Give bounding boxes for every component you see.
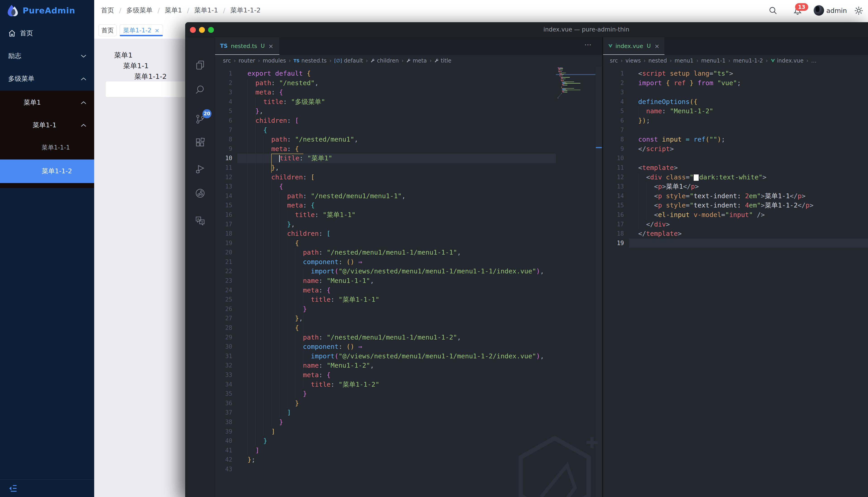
code-line: } [237,417,556,427]
code-line: meta: { [237,370,556,380]
line-number: 40 [215,436,237,446]
breadcrumb: 首页 / 多级菜单 / 菜单1 / 菜单1-1 / 菜单1-1-2 [101,0,261,20]
tab-close-icon[interactable]: × [268,43,274,49]
sidebar-item-nested-menu[interactable]: 多级菜单 [0,72,94,86]
breadcrumb-item[interactable]: 菜单1-1 [194,6,218,15]
breadcrumb-item[interactable]: children [371,58,399,64]
avatar[interactable] [814,5,824,16]
indent-guide [638,106,638,116]
code-line: name: "Menu1-1-2" [629,106,868,116]
search-button[interactable] [768,6,777,15]
breadcrumb-item[interactable]: meta [407,58,427,64]
tab-index-vue[interactable]: index.vue U × [603,37,665,55]
editor-actions-more-icon[interactable]: ⋯ [584,40,592,49]
breadcrumb-item[interactable]: TSnested.ts [294,58,327,64]
code-line: </div> [629,220,868,229]
breadcrumb-item[interactable]: 多级菜单 [126,6,152,15]
window-minimize-button[interactable] [199,27,205,33]
code-line: children: [ [237,116,556,126]
left-breadcrumbs[interactable]: src›router›modules›TSnested.ts›[∅]defaul… [223,55,599,67]
app-logo[interactable]: PureAdmin [0,0,94,21]
search-icon[interactable] [195,85,205,95]
sidebar-item-label: 励志 [8,52,21,60]
sidebar-item-lizhi[interactable]: 励志 [0,49,94,62]
minimap[interactable] [556,68,595,226]
breadcrumb-item[interactable]: index.vue [771,58,804,64]
settings-button[interactable] [854,6,864,15]
symbol-property-icon [407,58,411,63]
breadcrumb-item[interactable]: views [626,58,641,64]
code-line [629,154,868,163]
breadcrumb-item[interactable]: 菜单1-1-2 [230,6,261,15]
sidebar-item-menu1-1-2[interactable]: 菜单1-1-2 [0,159,94,183]
breadcrumb-item[interactable]: menu1-1 [701,58,725,64]
vscode-titlebar[interactable]: index.vue — pure-admin-thin [185,22,868,37]
breadcrumb-item[interactable]: [∅]default [334,58,363,64]
indent-guide [295,248,295,399]
typescript-file-icon: TS [220,43,228,49]
breadcrumb-item[interactable]: src [610,58,618,64]
username[interactable]: admin [826,7,847,14]
code-line: }, [237,163,556,173]
breadcrumb-item[interactable]: modules [263,58,286,64]
breadcrumb-chevron-icon: › [429,58,432,64]
line-number: 24 [215,286,237,295]
window-zoom-button[interactable] [208,27,214,33]
line-number: 1 [603,69,629,79]
indent-guide [263,135,264,436]
breadcrumb-chevron-icon: › [670,58,672,64]
code-line: meta: { [237,201,556,210]
git-graph-icon[interactable] [195,188,205,198]
breadcrumb-item[interactable]: src [223,58,231,64]
code-line: }, [237,314,556,323]
tab-close-icon[interactable]: × [155,27,159,34]
sidebar-item-menu1[interactable]: 菜单1 [0,97,94,109]
line-number: 10 [215,154,237,163]
line-number: 30 [215,342,237,352]
collapse-sidebar-icon[interactable] [8,483,18,494]
code-line: title: "菜单1-1" [237,210,556,220]
line-number: 15 [215,201,237,210]
sidebar-item-menu1-1-1[interactable]: 菜单1-1-1 [0,142,94,153]
code-line: }, [237,220,556,229]
code-line [629,126,868,135]
breadcrumb-item[interactable]: 菜单1 [165,6,182,15]
extensions-icon[interactable] [195,137,205,147]
breadcrumb-item[interactable]: 首页 [101,6,114,15]
right-breadcrumbs[interactable]: src›views›nested›menu1›menu1-1›menu1-1-2… [610,55,868,67]
page-tab-menu1-1-2[interactable]: 菜单1-1-2 × [119,25,163,36]
breadcrumb-chevron-icon: › [766,58,768,64]
left-code-editor[interactable]: 1234567891011121314151617181920212223242… [215,67,602,497]
tab-nested-ts[interactable]: TS nested.ts U × [215,37,280,55]
line-number: 25 [215,295,237,304]
line-number: 19 [215,239,237,248]
code-line: import("@/views/nested/menu1/menu1-1/men… [237,352,556,361]
code-line: name: "Menu1-1-2", [237,361,556,370]
explorer-icon[interactable] [195,60,205,70]
sidebar-item-menu1-1[interactable]: 菜单1-1 [0,119,94,131]
breadcrumb-item[interactable]: menu1 [675,58,694,64]
right-code-editor[interactable]: 12345678910111213141516171819 <script se… [603,67,868,497]
sidebar-item-label: 菜单1-1-1 [42,143,70,152]
page-tab-home[interactable]: 首页 [99,25,117,36]
run-debug-icon[interactable] [195,164,205,174]
line-number: 4 [603,97,629,107]
code-line: path: "/nested/menu1/menu1-1", [237,191,556,201]
line-number: 12 [215,173,237,182]
editor-watermark-logo [507,429,602,497]
line-number: 3 [603,88,629,97]
i18n-icon[interactable]: A文 [195,215,205,226]
breadcrumb-item[interactable]: … [811,58,816,64]
sidebar-item-label: 首页 [20,29,33,38]
breadcrumb-item[interactable]: menu1-1-2 [733,58,763,64]
breadcrumb-item[interactable]: router [239,58,255,64]
breadcrumb-item[interactable]: nested [648,58,667,64]
window-close-button[interactable] [190,27,196,33]
tab-close-icon[interactable]: × [654,43,660,49]
code-line: path: "/nested/menu1", [237,135,556,144]
vue-icon [771,59,775,63]
sidebar-item-home[interactable]: 首页 [0,27,94,40]
code-line: meta: { [237,286,556,295]
breadcrumb-item[interactable]: title [435,58,452,64]
line-number: 42 [215,455,237,465]
